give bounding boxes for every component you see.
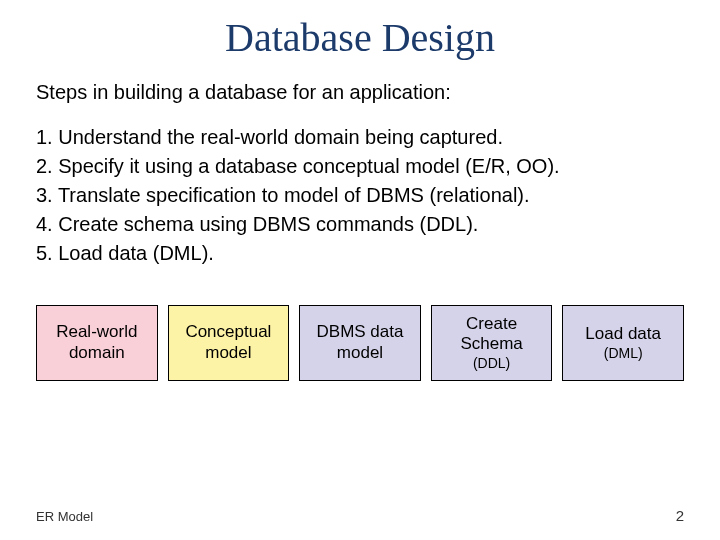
page-number: 2: [676, 507, 684, 524]
step-item: 1. Understand the real-world domain bein…: [36, 124, 684, 151]
box-label: model: [302, 343, 418, 363]
step-item: 4. Create schema using DBMS commands (DD…: [36, 211, 684, 238]
box-label: model: [171, 343, 287, 363]
step-item: 5. Load data (DML).: [36, 240, 684, 267]
box-sub: (DDL): [434, 355, 550, 372]
box-dbms-data: DBMS data model: [299, 305, 421, 381]
flow-boxes: Real-world domain Conceptual model DBMS …: [36, 305, 684, 381]
slide-title: Database Design: [0, 14, 720, 61]
box-conceptual: Conceptual model: [168, 305, 290, 381]
box-sub: (DML): [565, 345, 681, 362]
steps-list: 1. Understand the real-world domain bein…: [36, 124, 684, 267]
box-label: domain: [39, 343, 155, 363]
step-item: 2. Specify it using a database conceptua…: [36, 153, 684, 180]
box-load-data: Load data (DML): [562, 305, 684, 381]
footer-left: ER Model: [36, 509, 93, 524]
box-label: Load data: [565, 324, 681, 344]
box-label: Schema: [434, 334, 550, 354]
box-label: DBMS data: [302, 322, 418, 342]
box-label: Real-world: [39, 322, 155, 342]
box-create-schema: Create Schema (DDL): [431, 305, 553, 381]
box-label: Create: [434, 314, 550, 334]
step-item: 3. Translate specification to model of D…: [36, 182, 684, 209]
box-real-world: Real-world domain: [36, 305, 158, 381]
box-label: Conceptual: [171, 322, 287, 342]
slide-subtitle: Steps in building a database for an appl…: [36, 81, 684, 104]
